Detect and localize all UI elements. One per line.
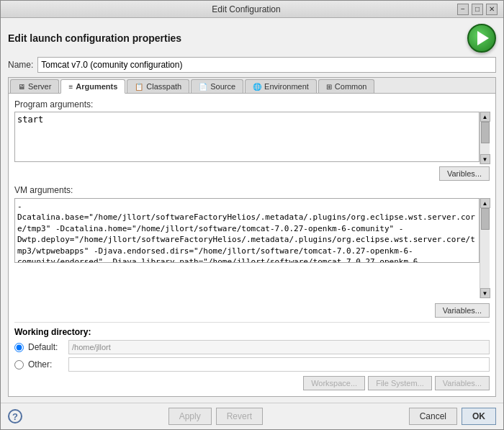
close-button[interactable]: ✕	[486, 4, 498, 15]
program-args-container: ▲ ▼	[14, 112, 490, 164]
vm-args-container: ▲ ▼	[14, 198, 490, 298]
tab-classpath-label: Classpath	[146, 82, 181, 91]
program-args-textarea[interactable]	[14, 112, 480, 162]
source-tab-icon: 📄	[199, 83, 207, 91]
tab-server[interactable]: 🖥 Server	[10, 79, 59, 93]
maximize-button[interactable]: □	[472, 4, 483, 15]
vm-args-section: VM arguments: ▲ ▼ Variables...	[14, 185, 490, 318]
vm-scroll-track	[480, 208, 490, 288]
program-args-btn-row: Varibles...	[14, 166, 490, 181]
other-radio-row: Other:	[14, 357, 490, 372]
program-args-variables-button[interactable]: Varibles...	[439, 166, 490, 181]
scroll-thumb	[481, 122, 490, 143]
environment-tab-icon: 🌐	[253, 83, 261, 91]
vm-args-scrollbar: ▲ ▼	[480, 198, 490, 298]
program-args-scrollbar: ▲ ▼	[480, 112, 490, 164]
vm-scroll-thumb	[481, 208, 490, 230]
tab-classpath[interactable]: 📋 Classpath	[127, 79, 189, 93]
minimize-button[interactable]: −	[457, 4, 469, 15]
arguments-tab-icon: ≡	[68, 83, 73, 91]
name-input[interactable]	[37, 57, 496, 73]
right-buttons: Cancel OK	[409, 408, 496, 425]
vm-scroll-down-arrow[interactable]: ▼	[480, 288, 490, 298]
vm-args-btn-row: Variables...	[14, 303, 490, 318]
working-dir-heading: Working directory:	[14, 327, 490, 337]
scroll-track	[480, 122, 490, 154]
default-radio[interactable]	[14, 343, 24, 352]
revert-button[interactable]: Revert	[216, 408, 263, 425]
other-radio-label: Other:	[28, 359, 64, 369]
vm-args-variables-button[interactable]: Variables...	[435, 303, 490, 318]
dir-buttons-row: Workspace... File System... Variables...	[14, 376, 490, 390]
tabs-container: 🖥 Server ≡ Arguments 📋 Classpath 📄 Sourc…	[8, 77, 496, 397]
default-radio-label: Default:	[28, 342, 64, 352]
apply-button[interactable]: Apply	[168, 408, 212, 425]
ok-button[interactable]: OK	[462, 408, 496, 425]
vm-scroll-up-arrow[interactable]: ▲	[480, 198, 490, 208]
help-button[interactable]: ?	[8, 409, 22, 424]
tab-common-label: Common	[335, 82, 367, 91]
action-buttons: Apply Revert	[168, 408, 263, 425]
file-system-button[interactable]: File System...	[368, 376, 432, 390]
vm-args-label: VM arguments:	[14, 185, 490, 195]
cancel-button[interactable]: Cancel	[409, 408, 457, 425]
tab-server-label: Server	[28, 82, 51, 91]
run-icon	[477, 31, 489, 45]
run-button[interactable]	[467, 24, 496, 53]
tabs-header: 🖥 Server ≡ Arguments 📋 Classpath 📄 Sourc…	[9, 78, 495, 94]
edit-configuration-dialog: Edit Configuration − □ ✕ Edit launch con…	[0, 0, 504, 430]
tab-source[interactable]: 📄 Source	[191, 79, 243, 93]
arguments-tab-content: Program arguments: ▲ ▼ Varibles...	[9, 94, 495, 396]
classpath-tab-icon: 📋	[135, 83, 143, 91]
working-dir-section: Working directory: Default: Other: Works…	[14, 322, 490, 390]
program-args-section: Program arguments: ▲ ▼ Varibles...	[14, 99, 490, 181]
title-bar: Edit Configuration − □ ✕	[1, 1, 503, 18]
scroll-down-arrow[interactable]: ▼	[480, 154, 490, 164]
other-radio[interactable]	[14, 360, 24, 369]
dialog-title: Edit Configuration	[35, 4, 457, 14]
tab-source-label: Source	[210, 82, 235, 91]
server-tab-icon: 🖥	[18, 83, 25, 91]
default-radio-row: Default:	[14, 340, 490, 354]
dialog-body: Edit launch configuration properties Nam…	[1, 18, 503, 403]
bottom-buttons-row: ? Apply Revert Cancel OK	[1, 403, 503, 429]
name-label: Name:	[8, 60, 33, 70]
default-dir-input	[68, 340, 490, 354]
title-bar-controls: − □ ✕	[457, 4, 498, 15]
name-row: Name:	[8, 57, 496, 73]
program-args-label: Program arguments:	[14, 99, 490, 109]
workspace-button[interactable]: Workspace...	[303, 376, 365, 390]
vm-args-textarea[interactable]	[14, 198, 480, 263]
header-row: Edit launch configuration properties	[8, 24, 496, 53]
tab-arguments-label: Arguments	[76, 82, 117, 91]
tab-environment-label: Environment	[264, 82, 309, 91]
page-title: Edit launch configuration properties	[8, 32, 181, 44]
other-dir-input[interactable]	[68, 357, 490, 372]
tab-common[interactable]: ⊞ Common	[318, 79, 375, 93]
working-dir-variables-button[interactable]: Variables...	[435, 376, 490, 390]
tab-arguments[interactable]: ≡ Arguments	[60, 79, 125, 94]
common-tab-icon: ⊞	[326, 83, 332, 91]
tab-environment[interactable]: 🌐 Environment	[245, 79, 317, 93]
scroll-up-arrow[interactable]: ▲	[480, 112, 490, 122]
